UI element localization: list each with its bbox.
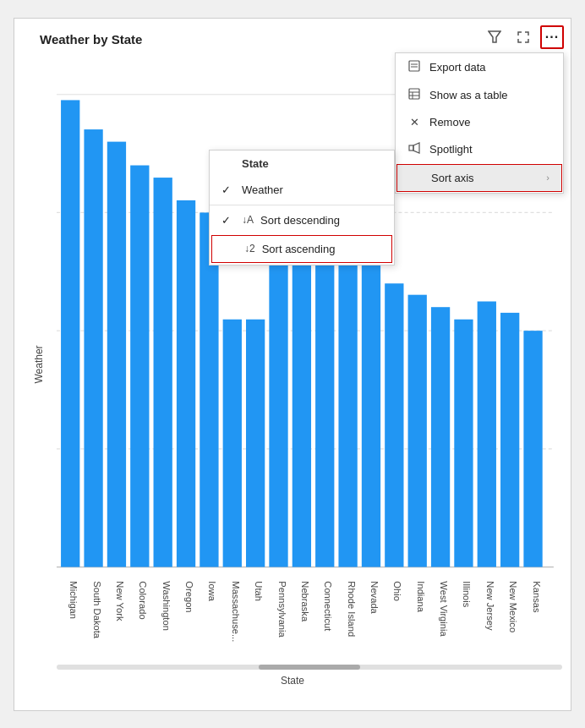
svg-marker-0 xyxy=(489,31,500,42)
svg-text:Colorado: Colorado xyxy=(138,581,147,619)
more-icon: ··· xyxy=(545,30,559,45)
svg-text:Connecticut: Connecticut xyxy=(323,581,332,631)
weather-check: ✓ xyxy=(221,183,235,196)
svg-text:South Dakota: South Dakota xyxy=(92,581,101,638)
bar-nebraska xyxy=(292,236,311,567)
bar-massachusetts xyxy=(223,319,242,567)
spotlight-icon xyxy=(407,142,421,156)
x-axis-label: State xyxy=(281,675,304,687)
svg-text:New Jersey: New Jersey xyxy=(485,581,495,631)
menu-item-sort-axis[interactable]: Sort axis › xyxy=(396,164,562,192)
svg-rect-32 xyxy=(409,61,419,71)
submenu-item-weather-label: Weather xyxy=(242,183,283,196)
menu-item-table-label: Show as a table xyxy=(429,89,508,101)
svg-text:Pennsylvania: Pennsylvania xyxy=(277,581,287,637)
sort-axis-submenu: State ✓ Weather ✓ ↓A Sort descending ↓2 … xyxy=(209,150,395,265)
svg-text:Massachuse...: Massachuse... xyxy=(231,581,240,642)
svg-text:Indiana: Indiana xyxy=(416,581,425,612)
bar-kansas xyxy=(523,331,542,567)
bar-ohio xyxy=(385,283,403,567)
chart-title: Weather by State xyxy=(40,32,142,47)
submenu-item-state[interactable]: State xyxy=(210,151,394,177)
bar-michigan xyxy=(61,100,79,567)
sort-asc-icon: ↓2 xyxy=(244,243,255,255)
svg-text:Nebraska: Nebraska xyxy=(300,581,309,621)
svg-text:New York: New York xyxy=(115,581,124,621)
bar-new-york xyxy=(107,141,126,567)
toolbar: ··· xyxy=(483,25,564,49)
menu-item-export[interactable]: Export data xyxy=(396,53,563,81)
svg-marker-40 xyxy=(413,143,419,153)
bar-connecticut xyxy=(315,248,334,567)
bar-washington xyxy=(154,178,172,567)
svg-rect-39 xyxy=(409,145,413,151)
bar-new-jersey xyxy=(478,301,496,567)
svg-text:Illinois: Illinois xyxy=(462,581,472,607)
submenu-item-sort-asc[interactable]: ↓2 Sort ascending xyxy=(211,235,392,263)
remove-icon: ✕ xyxy=(407,116,421,129)
submenu-divider xyxy=(210,205,394,205)
export-icon xyxy=(407,60,421,74)
bar-west-virginia xyxy=(431,307,450,567)
expand-icon[interactable] xyxy=(511,25,535,49)
svg-text:West Virginia: West Virginia xyxy=(439,581,448,636)
bar-pennsylvania xyxy=(269,223,287,567)
table-icon xyxy=(407,88,421,102)
svg-text:Nevada: Nevada xyxy=(369,581,379,614)
svg-text:Rhode Island: Rhode Island xyxy=(347,581,356,637)
bar-south-dakota xyxy=(84,129,102,567)
submenu-arrow-icon: › xyxy=(546,172,549,183)
submenu-item-sort-asc-label: Sort ascending xyxy=(262,243,336,255)
svg-rect-35 xyxy=(409,89,419,99)
svg-text:Washington: Washington xyxy=(161,581,171,631)
more-options-button[interactable]: ··· xyxy=(540,25,564,49)
scrollbar-thumb[interactable] xyxy=(259,665,360,670)
bar-iowa xyxy=(200,212,218,567)
menu-item-spotlight[interactable]: Spotlight xyxy=(396,135,563,163)
menu-item-export-label: Export data xyxy=(429,61,486,74)
chart-container: ··· Weather by State Weather 40 30 20 10… xyxy=(14,18,571,711)
menu-item-remove[interactable]: ✕ Remove xyxy=(396,109,563,135)
bar-colorado xyxy=(130,165,149,567)
y-axis-label: Weather xyxy=(33,345,45,383)
bar-nevada xyxy=(362,265,380,567)
svg-text:Michigan: Michigan xyxy=(68,581,78,619)
bar-indiana xyxy=(408,294,427,567)
submenu-item-sort-desc-label: Sort descending xyxy=(260,214,340,227)
submenu-item-weather[interactable]: ✓ Weather xyxy=(210,177,394,203)
scrollbar-track[interactable] xyxy=(57,665,562,670)
svg-text:Oregon: Oregon xyxy=(184,581,194,612)
menu-item-table[interactable]: Show as a table xyxy=(396,81,563,109)
bar-new-mexico xyxy=(500,312,519,567)
menu-item-spotlight-label: Spotlight xyxy=(429,143,473,156)
svg-text:Iowa: Iowa xyxy=(208,581,217,601)
bar-rhode-island xyxy=(338,260,357,567)
bar-oregon xyxy=(177,200,195,567)
sort-desc-icon: ↓A xyxy=(242,214,254,226)
svg-text:New Mexico: New Mexico xyxy=(508,581,517,632)
svg-text:Kansas: Kansas xyxy=(532,581,541,612)
svg-text:Ohio: Ohio xyxy=(392,581,402,601)
filter-icon[interactable] xyxy=(483,25,506,49)
menu-item-remove-label: Remove xyxy=(429,116,470,129)
submenu-item-state-label: State xyxy=(242,157,269,170)
bar-utah xyxy=(246,319,265,567)
menu-item-sort-axis-label: Sort axis xyxy=(431,172,474,184)
sort-desc-check: ✓ xyxy=(221,214,235,227)
submenu-item-sort-desc[interactable]: ✓ ↓A Sort descending xyxy=(210,207,394,233)
context-menu: Export data Show as a table ✕ Remove Spo… xyxy=(395,52,564,194)
svg-text:Utah: Utah xyxy=(254,581,263,601)
bar-illinois xyxy=(454,319,473,567)
